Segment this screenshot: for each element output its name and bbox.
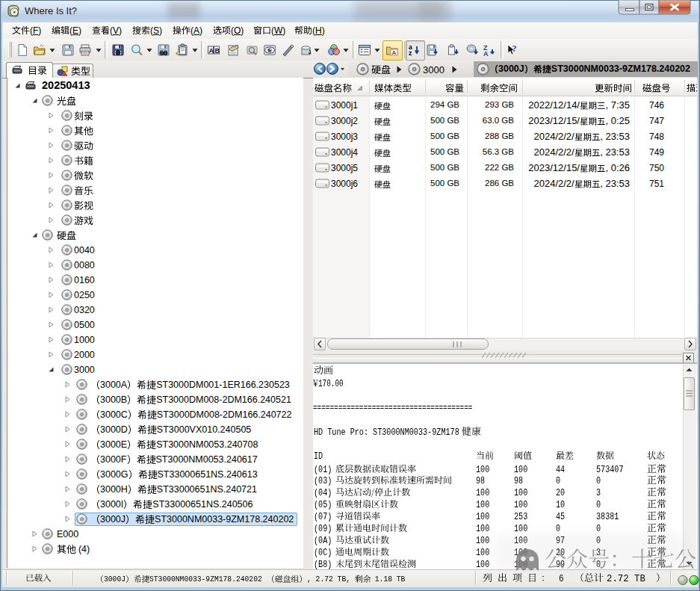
svg-text:A: A (392, 49, 397, 56)
svg-text:A: A (483, 50, 489, 57)
svg-text:z: z (409, 49, 412, 57)
svg-text:B: B (215, 47, 220, 55)
svg-text:A: A (209, 47, 214, 55)
svg-text:?: ? (512, 43, 517, 54)
